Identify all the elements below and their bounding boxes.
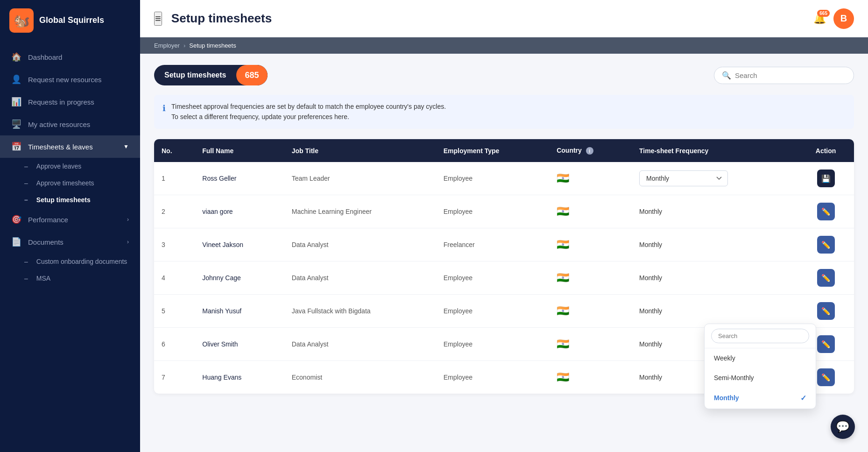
dropdown-option-monthly[interactable]: Monthly ✓	[705, 388, 816, 409]
frequency-select[interactable]: Monthly Weekly Semi-Monthly	[639, 170, 728, 186]
chat-widget[interactable]: 💬	[831, 415, 855, 439]
content-area: Setup timesheets 685 🔍 ℹ Timesheet appro…	[140, 54, 868, 452]
cell-frequency: Monthly	[632, 295, 797, 328]
sidebar-item-approve-leaves[interactable]: – Approve leaves	[0, 158, 140, 175]
chevron-right-icon: ›	[127, 239, 129, 245]
info-icon: ℹ	[162, 102, 166, 115]
document-icon: 📄	[11, 237, 21, 247]
dropdown-option-semimonthly[interactable]: Semi-Monthly	[705, 368, 816, 388]
check-icon: ✓	[800, 394, 806, 403]
content-header: Setup timesheets 685 🔍	[154, 65, 854, 85]
cell-name: Vineet Jakson	[195, 228, 284, 261]
dropdown-search-container	[705, 324, 816, 348]
chevron-down-icon: ▼	[123, 143, 129, 150]
edit-button[interactable]: ✏️	[817, 302, 835, 320]
sidebar-item-requests-progress[interactable]: 📊 Requests in progress	[0, 91, 140, 113]
page-title: Setup timesheets	[171, 11, 813, 26]
dropdown-option-weekly[interactable]: Weekly	[705, 348, 816, 368]
cell-no: 3	[154, 228, 195, 261]
cell-name: Manish Yusuf	[195, 295, 284, 328]
table-row: 4 Johnny Cage Data Analyst Employee 🇮🇳 M…	[154, 261, 854, 295]
sidebar-item-label: Requests in progress	[28, 98, 94, 106]
cell-no: 2	[154, 195, 195, 228]
cell-country: 🇮🇳	[549, 195, 632, 228]
cell-country: 🇮🇳	[549, 295, 632, 328]
cell-no: 4	[154, 261, 195, 295]
table-row: 1 Ross Geller Team Leader Employee 🇮🇳 Mo…	[154, 162, 854, 195]
col-jobtitle: Job Title	[284, 139, 436, 162]
cell-job: Java Fullstack with Bigdata	[284, 295, 436, 328]
breadcrumb: Employer › Setup timesheets	[140, 37, 868, 54]
menu-button[interactable]: ≡	[154, 12, 162, 26]
sidebar-sub-label: Custom onboarding documents	[36, 258, 127, 265]
frequency-dropdown-popup: Weekly Semi-Monthly Monthly ✓	[704, 324, 816, 409]
setup-button-count: 685	[236, 65, 267, 85]
sidebar-item-approve-timesheets[interactable]: – Approve timesheets	[0, 175, 140, 191]
sidebar-sub-label: Approve timesheets	[36, 179, 94, 187]
sidebar-item-documents[interactable]: 📄 Documents ›	[0, 231, 140, 253]
search-icon: 🔍	[722, 71, 731, 80]
notification-button[interactable]: 🔔 665	[813, 13, 826, 25]
cell-employment: Employee	[436, 328, 549, 361]
save-button[interactable]: 💾	[817, 170, 835, 187]
cell-name: Oliver Smith	[195, 328, 284, 361]
cell-country: 🇮🇳	[549, 261, 632, 295]
sidebar-item-label: Timesheets & leaves	[28, 143, 93, 151]
sidebar-item-performance[interactable]: 🎯 Performance ›	[0, 208, 140, 231]
country-info-icon: i	[586, 147, 593, 155]
edit-button[interactable]: ✏️	[817, 269, 835, 287]
notification-badge: 665	[817, 10, 830, 17]
frequency-text: Monthly	[639, 208, 662, 215]
col-country: Country i	[549, 139, 632, 162]
sidebar-item-dashboard[interactable]: 🏠 Dashboard	[0, 46, 140, 68]
info-text: Timesheet approval frequencies are set b…	[171, 101, 446, 122]
search-input[interactable]	[735, 71, 846, 79]
breadcrumb-current: Setup timesheets	[189, 42, 236, 49]
sidebar-nav: 🏠 Dashboard 👤 Request new resources 📊 Re…	[0, 41, 140, 452]
table-row: 5 Manish Yusuf Java Fullstack with Bigda…	[154, 295, 854, 328]
table-row: 2 viaan gore Machine Learning Engineer E…	[154, 195, 854, 228]
sidebar-sub-timesheets: – Approve leaves – Approve timesheets – …	[0, 158, 140, 208]
sidebar-item-active-resources[interactable]: 🖥️ My active resources	[0, 113, 140, 135]
edit-button[interactable]: ✏️	[817, 335, 835, 353]
monitor-icon: 🖥️	[11, 119, 21, 129]
breadcrumb-employer[interactable]: Employer	[154, 42, 180, 49]
edit-button[interactable]: ✏️	[817, 368, 835, 386]
setup-button-label: Setup timesheets	[154, 71, 236, 79]
sidebar-item-timesheets-leaves[interactable]: 📅 Timesheets & leaves ▼	[0, 135, 140, 158]
cell-country: 🇮🇳	[549, 228, 632, 261]
cell-employment: Employee	[436, 295, 549, 328]
sidebar-sub-label: Setup timesheets	[36, 196, 91, 204]
cell-no: 1	[154, 162, 195, 195]
cell-action: ✏️	[797, 195, 854, 228]
col-frequency: Time-sheet Frequency	[632, 139, 797, 162]
sidebar-logo: 🐿️ Global Squirrels	[0, 0, 140, 41]
sidebar-item-msa[interactable]: – MSA	[0, 270, 140, 287]
table-header-row: No. Full Name Job Title Employment Type …	[154, 139, 854, 162]
cell-employment: Employee	[436, 261, 549, 295]
sidebar-item-custom-onboarding[interactable]: – Custom onboarding documents	[0, 253, 140, 270]
col-fullname: Full Name	[195, 139, 284, 162]
cell-frequency: Monthly	[632, 195, 797, 228]
sidebar-item-label: Dashboard	[28, 53, 62, 61]
option-label: Semi-Monthly	[714, 374, 754, 381]
sidebar-item-setup-timesheets[interactable]: – Setup timesheets	[0, 191, 140, 208]
edit-button[interactable]: ✏️	[817, 203, 835, 220]
main-content: ≡ Setup timesheets 🔔 665 B Employer › Se…	[140, 0, 868, 452]
frequency-text: Monthly	[639, 241, 662, 248]
edit-button[interactable]: ✏️	[817, 236, 835, 254]
cell-frequency: Monthly	[632, 261, 797, 295]
sidebar-item-request-resources[interactable]: 👤 Request new resources	[0, 68, 140, 91]
dropdown-search-input[interactable]	[711, 329, 809, 343]
cell-action: ✏️	[797, 261, 854, 295]
topbar: ≡ Setup timesheets 🔔 665 B	[140, 0, 868, 37]
avatar-button[interactable]: B	[833, 8, 854, 29]
search-box[interactable]: 🔍	[714, 67, 854, 84]
avatar-label: B	[840, 13, 847, 24]
cell-employment: Employee	[436, 162, 549, 195]
sidebar-sub-docs: – Custom onboarding documents – MSA	[0, 253, 140, 287]
frequency-text: Monthly	[639, 340, 662, 348]
cell-country: 🇮🇳	[549, 162, 632, 195]
setup-timesheets-button[interactable]: Setup timesheets 685	[154, 65, 268, 85]
cell-employment: Employee	[436, 361, 549, 394]
